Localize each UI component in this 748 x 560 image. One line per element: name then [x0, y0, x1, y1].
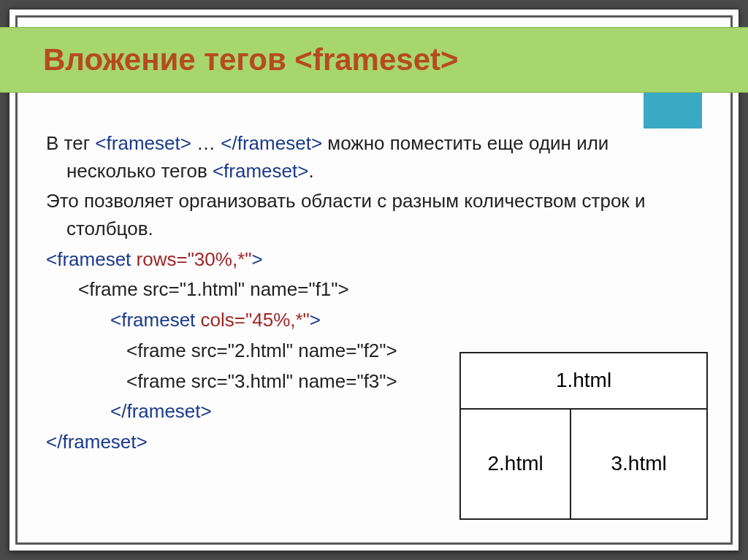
c3-close: >: [310, 309, 321, 331]
c3-attr: cols="45%,*": [201, 309, 310, 331]
accent-box: [644, 88, 702, 129]
c1-attr: rows="30%,*": [137, 248, 252, 270]
c1-close: >: [251, 248, 262, 270]
p1-text-c: .: [308, 160, 313, 182]
code-line-1: <frameset rows="30%,*">: [46, 246, 702, 274]
p1-tag-close: </frameset>: [221, 132, 322, 154]
diagram-cell-right: 3.html: [571, 410, 706, 518]
diagram-row-bottom: 2.html 3.html: [461, 410, 706, 518]
c3-tag: <frameset: [110, 309, 201, 331]
frameset-diagram: 1.html 2.html 3.html: [459, 352, 708, 520]
p1-text-a: В тег: [46, 132, 95, 154]
p1-tag-open: <frameset>: [95, 132, 191, 154]
slide-frame: Вложение тегов <frameset> В тег <framese…: [9, 9, 739, 551]
diagram-cell-left: 2.html: [461, 410, 571, 518]
code-line-2: <frame src="1.html" name="f1">: [46, 276, 702, 304]
paragraph-1: В тег <frameset> … </frameset> можно пом…: [46, 130, 702, 185]
paragraph-2: Это позволяет организовать области с раз…: [46, 188, 702, 242]
diagram-row-top: 1.html: [461, 353, 706, 410]
code-line-3: <frameset cols="45%,*">: [46, 307, 702, 334]
title-bar: Вложение тегов <frameset>: [0, 27, 748, 93]
p1-tag-last: <frameset>: [213, 160, 309, 182]
p1-ellipsis: …: [191, 132, 221, 154]
c1-tag: <frameset: [46, 248, 137, 270]
slide-title: Вложение тегов <frameset>: [43, 42, 459, 77]
